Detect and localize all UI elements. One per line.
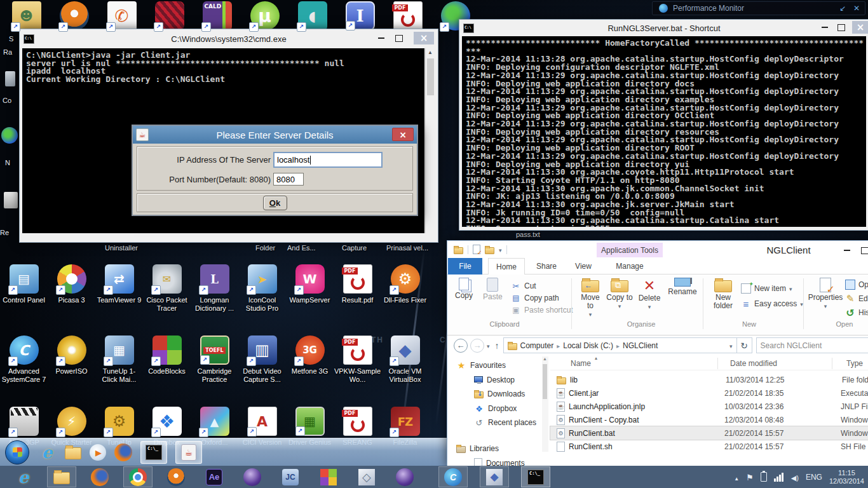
sidebar-item-recent-places[interactable]: Recent places [474,417,536,428]
chevron-down-icon[interactable] [729,341,733,350]
minimize-button[interactable] [817,21,833,34]
file-row-lib[interactable]: lib11/03/2014 12:25File folder [550,373,868,386]
breadcrumb-item[interactable]: Computer [520,341,554,350]
desktop-icon-vpkw-sample[interactable]: VPKW-Sample Wo... [334,336,381,388]
taskbar8-cmd[interactable] [521,466,550,487]
taskbar8-blender[interactable] [161,466,191,487]
taskbar8-internet-explorer[interactable] [9,466,38,487]
tab-file[interactable]: File [448,258,482,274]
easy-access-button[interactable]: Easy access [741,299,803,309]
copy-path-button[interactable]: Copy path [511,293,559,303]
port-number-field[interactable]: 8080 [273,173,304,186]
close-button[interactable]: ✕ [853,4,860,13]
sidebar-item-desktop[interactable]: Desktop [474,376,515,384]
taskbar8-eclipse-2[interactable] [390,466,419,487]
maximize-button[interactable] [391,32,407,44]
column-header-type[interactable]: Type [846,359,868,368]
desktop-icon-dll-files-fixer[interactable]: Dll-Files Fixer [381,264,429,316]
tab-manage[interactable]: Manage [597,258,663,274]
breadcrumb-item[interactable]: NGLClient [623,341,658,350]
minimize-button[interactable] [373,32,390,44]
close-button[interactable] [392,128,414,141]
properties-button[interactable]: Properties [807,278,844,311]
desktop-icon-cisco-packet-tracer[interactable]: Cisco Packet Tracer [143,264,191,316]
taskbar8-advanced-systemcare[interactable] [438,466,468,487]
properties-icon[interactable] [473,245,480,254]
taskbar8-eclipse[interactable] [238,466,267,487]
ip-address-field[interactable]: localhost [273,152,383,168]
maximize-button[interactable] [833,21,850,34]
taskbar8-after-effects[interactable] [200,466,229,487]
application-tools-tab[interactable]: Application Tools [597,243,663,257]
desktop-icon-wampserver[interactable]: WampServer [286,264,334,316]
paste-button[interactable]: Paste [483,278,503,301]
maximize-button[interactable] [858,245,868,255]
start-button[interactable] [5,440,29,464]
new-item-button[interactable]: New item [741,283,792,294]
desktop-icon-virtualbox[interactable]: Oracle VM VirtualBox [381,336,429,388]
delete-button[interactable]: Delete [635,278,663,311]
taskbar7-file-explorer[interactable] [65,447,81,459]
up-button[interactable]: ↑ [495,341,499,351]
taskbar8-firefox[interactable] [85,466,114,487]
file-row-runclient-copy[interactable]: RunClient - Copy.bat12/03/2014 08:48Wind… [550,413,868,426]
desktop-icon-teamviewer[interactable]: TeamViewer 9 [95,264,143,316]
column-separator[interactable] [832,358,832,369]
desktop-icon-result-pdf[interactable]: Result.pdf [334,264,381,316]
new-folder-button[interactable]: New folder [708,278,738,310]
edit-button[interactable]: Edit [845,294,868,304]
sidebar-item-dropbox[interactable]: Dropbox [474,403,517,414]
file-row-client-jar[interactable]: Client.jar21/02/2014 18:35Executable Jar… [550,386,868,400]
sidebar-item-libraries[interactable]: Libraries [456,444,499,453]
partial-phone-icon[interactable] [5,71,15,86]
taskbar8-app-tiles[interactable] [314,466,343,487]
power-icon[interactable] [761,472,767,482]
network-signal-icon[interactable] [774,473,784,482]
scrollbar[interactable] [425,48,435,233]
chevron-down-icon[interactable] [499,245,502,254]
copy-to-button[interactable]: Copy to [606,278,633,311]
taskbar8-file-explorer[interactable] [47,466,76,487]
open-button[interactable]: Open [845,280,868,290]
breadcrumb-item[interactable]: Local Disk (C:) [563,341,613,350]
desktop-icon-control-panel[interactable]: Control Panel [0,264,48,316]
taskbar7-cmd-button[interactable] [140,441,167,464]
history-dropdown-icon[interactable] [487,341,490,350]
partial-globe-icon[interactable] [1,127,18,144]
column-header-date-modified[interactable]: Date modified [730,359,846,368]
close-button[interactable] [852,21,868,34]
forward-button[interactable]: → [470,339,484,353]
copy-button[interactable]: Copy [455,278,473,300]
dialog-title-bar[interactable]: Please Enter Server Details [133,126,417,144]
desktop-icon-cambridge-practice[interactable]: Cambridge Practice [191,336,238,388]
taskbar7-internet-explorer[interactable] [37,443,57,462]
show-hidden-icons-button[interactable] [734,471,739,483]
column-header-name[interactable]: Name [571,359,730,368]
paste-shortcut-button[interactable]: Paste shortcut [511,305,573,315]
language-indicator[interactable]: ENG [806,473,822,482]
taskbar7-firefox[interactable] [114,444,132,461]
file-row-runclient-sh[interactable]: RunClient.sh21/02/2014 15:57SH File [550,440,868,453]
new-folder-icon[interactable] [485,247,494,254]
tab-home[interactable]: Home [488,258,525,274]
tab-share[interactable]: Share [529,258,564,274]
sidebar-scrollbar[interactable] [542,356,548,452]
sidebar-item-downloads[interactable]: Downloads [474,390,525,398]
tab-view[interactable]: View [567,258,600,274]
restore-down-button[interactable]: ↙ [839,4,846,13]
ok-button[interactable]: Ok [263,196,287,210]
action-center-icon[interactable] [746,471,754,483]
minimize-button[interactable] [840,245,854,255]
volume-icon[interactable] [791,471,799,483]
search-input[interactable]: Search NGLClient [756,337,868,353]
desktop-icon-metfone[interactable]: Metfone 3G [286,336,334,388]
desktop-icon-codeblocks[interactable]: CodeBlocks [143,336,191,388]
file-row-launchapplication[interactable]: LaunchApplication.jnlp10/03/2014 23:36JN… [550,400,868,413]
desktop-icon-poweriso[interactable]: PowerISO [48,336,95,388]
taskbar7-media-player[interactable] [90,444,106,461]
rename-button[interactable]: Rename [666,278,699,296]
folder-icon[interactable] [454,247,463,254]
refresh-button[interactable] [737,337,752,353]
taskbar8-cube[interactable] [352,466,381,487]
clock[interactable]: 11:15 12/03/2014 [829,469,864,485]
